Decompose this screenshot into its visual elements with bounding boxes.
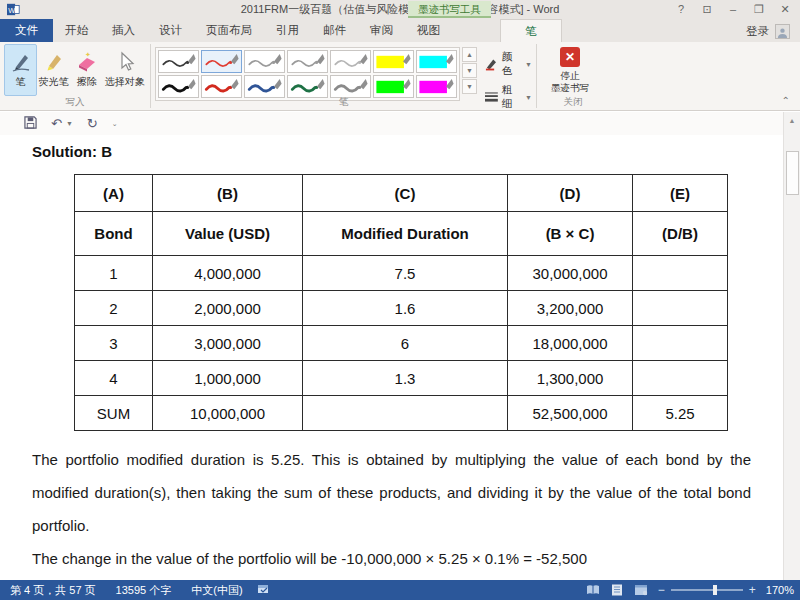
table-cell: SUM (75, 396, 153, 431)
tab-file[interactable]: 文件 (0, 19, 53, 42)
table-row-sum: SUM 10,000,000 52,500,000 5.25 (75, 396, 728, 431)
pen-color-label: 颜色 (502, 50, 521, 78)
tab-page-layout[interactable]: 页面布局 (194, 19, 264, 42)
select-objects-button[interactable]: 选择对象 (104, 44, 146, 96)
document-page[interactable]: Solution: B (A) (B) (C) (D) (E) Bond Val… (0, 135, 783, 580)
highlighter-style-swatch[interactable] (416, 50, 457, 73)
tab-insert[interactable]: 插入 (100, 19, 147, 42)
pen-style-swatch[interactable] (287, 50, 328, 73)
pen-color-icon (485, 57, 498, 71)
table-cell: 3,200,000 (508, 291, 633, 326)
stop-inking-button[interactable]: ✕ 停止 墨迹书写 (541, 44, 599, 96)
table-cell: (A) (75, 175, 153, 212)
table-row-bond-1: 1 4,000,000 7.5 30,000,000 (75, 256, 728, 291)
pen-style-swatch[interactable] (201, 75, 242, 98)
ribbon-group-close: ✕ 停止 墨迹书写 关闭 (537, 42, 609, 110)
eraser-icon: ✦ (76, 51, 98, 73)
scrollbar-up-icon[interactable]: ▲ (785, 113, 800, 129)
word-count[interactable]: 13595 个字 (106, 583, 182, 598)
customize-qat-icon[interactable]: ⌄ (112, 120, 118, 128)
pen-style-swatch-selected[interactable] (201, 50, 242, 73)
save-icon[interactable] (24, 116, 37, 131)
pen-style-gallery (155, 47, 460, 101)
tab-review[interactable]: 审阅 (358, 19, 405, 42)
title-bar: W 2011FRM一级百题（估值与风险模型）_授课版 [兼容模式] - Word… (0, 0, 800, 19)
table-cell: (C) (303, 175, 508, 212)
undo-icon[interactable]: ↶ (51, 117, 62, 130)
table-cell: Bond (75, 212, 153, 256)
gallery-scroll-up-icon[interactable]: ▲ (462, 47, 477, 62)
user-icon[interactable] (775, 24, 790, 39)
table-cell: 1,000,000 (153, 361, 303, 396)
ribbon-group-write: 笔 荧光笔 ✦ 擦除 选择对象 写入 (0, 42, 150, 110)
proofing-status-icon[interactable] (257, 584, 270, 597)
ink-tools-contextual-tab[interactable]: 墨迹书写工具 (408, 1, 491, 18)
zoom-percentage[interactable]: 170% (766, 584, 794, 596)
tab-home[interactable]: 开始 (53, 19, 100, 42)
tab-pen-active[interactable]: 笔 (500, 19, 562, 42)
redo-icon[interactable]: ↻ (87, 117, 98, 130)
table-cell: 3 (75, 326, 153, 361)
tab-references[interactable]: 引用 (264, 19, 311, 42)
sign-in-link[interactable]: 登录 (746, 24, 769, 39)
highlighter-style-swatch[interactable] (373, 50, 414, 73)
tab-view[interactable]: 视图 (405, 19, 452, 42)
read-mode-icon[interactable] (586, 584, 600, 596)
highlighter-style-swatch[interactable] (373, 75, 414, 98)
ribbon-group-pens: ▲ ▼ ▼ 颜色 ▼ 粗细 ▼ 笔 (151, 42, 536, 110)
pen-style-swatch[interactable] (244, 50, 285, 73)
zoom-slider[interactable] (671, 589, 743, 591)
print-layout-icon[interactable] (610, 584, 624, 596)
ribbon-display-options-icon[interactable]: ⊡ (696, 1, 718, 18)
table-cell: 1.6 (303, 291, 508, 326)
highlighter-style-swatch[interactable] (416, 75, 457, 98)
pen-style-swatch[interactable] (330, 75, 371, 98)
table-cell: (D) (508, 175, 633, 212)
eraser-tool-label: 擦除 (77, 75, 97, 89)
pen-style-swatch[interactable] (244, 75, 285, 98)
pen-style-swatch[interactable] (330, 50, 371, 73)
table-cell: 30,000,000 (508, 256, 633, 291)
zoom-slider-thumb[interactable] (713, 585, 717, 595)
table-cell: 1,300,000 (508, 361, 633, 396)
table-cell: 2,000,000 (153, 291, 303, 326)
pen-style-swatch[interactable] (158, 50, 199, 73)
table-row-bond-3: 3 3,000,000 6 18,000,000 (75, 326, 728, 361)
web-layout-icon[interactable] (634, 584, 648, 596)
eraser-tool-button[interactable]: ✦ 擦除 (70, 44, 103, 96)
table-row-column-letters: (A) (B) (C) (D) (E) (75, 175, 728, 212)
pen-style-swatch[interactable] (287, 75, 328, 98)
stop-inking-icon: ✕ (560, 47, 580, 67)
table-cell: (B × C) (508, 212, 633, 256)
table-row-bond-2: 2 2,000,000 1.6 3,200,000 (75, 291, 728, 326)
minimize-icon[interactable]: – (722, 1, 744, 18)
pen-color-button[interactable]: 颜色 ▼ (485, 50, 532, 78)
tab-mailings[interactable]: 邮件 (311, 19, 358, 42)
explanation-paragraph: The portfolio modified duration is 5.25.… (32, 443, 751, 542)
tab-design[interactable]: 设计 (147, 19, 194, 42)
collapse-ribbon-icon[interactable]: ⌃ (782, 95, 790, 106)
language-indicator[interactable]: 中文(中国) (181, 583, 252, 598)
table-cell: 4,000,000 (153, 256, 303, 291)
gallery-expand-icon[interactable]: ▼ (462, 79, 477, 94)
vertical-scrollbar[interactable]: ▲ (783, 112, 800, 580)
close-icon[interactable]: ✕ (774, 1, 796, 18)
write-group-label: 写入 (0, 96, 150, 109)
pen-tool-label: 笔 (16, 75, 26, 89)
pen-tool-button[interactable]: 笔 (4, 44, 37, 96)
help-icon[interactable]: ? (670, 1, 692, 18)
scrollbar-thumb[interactable] (786, 151, 799, 195)
pen-style-swatch[interactable] (158, 75, 199, 98)
restore-icon[interactable]: ❐ (748, 1, 770, 18)
quick-access-toolbar: ↶ ▼ ↻ ⌄ (0, 112, 800, 135)
zoom-out-icon[interactable]: − (658, 584, 665, 596)
undo-dropdown-icon[interactable]: ▼ (66, 120, 73, 127)
gallery-scroll-down-icon[interactable]: ▼ (462, 63, 477, 78)
ribbon-tab-row: 文件 开始 插入 设计 页面布局 引用 邮件 审阅 视图 笔 登录 (0, 19, 800, 42)
zoom-in-icon[interactable]: + (749, 584, 756, 596)
pen-color-dropdown-icon: ▼ (525, 61, 532, 68)
page-indicator[interactable]: 第 4 页，共 57 页 (0, 583, 106, 598)
table-cell (633, 256, 728, 291)
svg-text:✦: ✦ (85, 51, 91, 58)
highlighter-tool-button[interactable]: 荧光笔 (37, 44, 70, 96)
